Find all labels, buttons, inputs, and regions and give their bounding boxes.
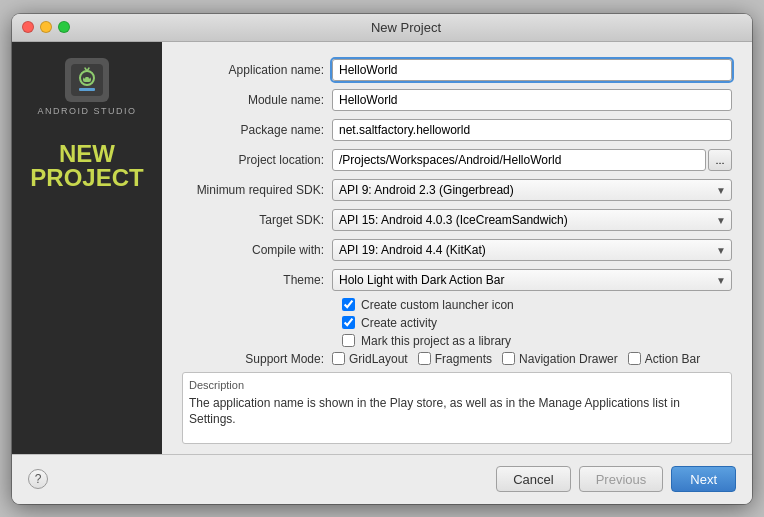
- create-activity-checkbox[interactable]: [342, 316, 355, 329]
- navigation-drawer-option: Navigation Drawer: [502, 352, 618, 366]
- sidebar-title: NEW PROJECT: [30, 142, 143, 190]
- navigation-drawer-label: Navigation Drawer: [519, 352, 618, 366]
- mark-library-row: Mark this project as a library: [342, 334, 732, 348]
- create-activity-row: Create activity: [342, 316, 732, 330]
- browse-button[interactable]: ...: [708, 149, 732, 171]
- min-sdk-select[interactable]: API 9: Android 2.3 (Gingerbread) API 10:…: [332, 179, 732, 201]
- action-buttons: Cancel Previous Next: [496, 466, 736, 492]
- target-sdk-select-wrapper: API 15: Android 4.0.3 (IceCreamSandwich)…: [332, 209, 732, 231]
- content-area: ANDROID STUDIO NEW PROJECT Application n…: [12, 42, 752, 454]
- min-sdk-row: Minimum required SDK: API 9: Android 2.3…: [172, 178, 732, 202]
- fragments-checkbox[interactable]: [418, 352, 431, 365]
- project-location-label: Project location:: [172, 153, 332, 167]
- window-title: New Project: [70, 20, 742, 35]
- fragments-option: Fragments: [418, 352, 492, 366]
- next-button[interactable]: Next: [671, 466, 736, 492]
- target-sdk-select[interactable]: API 15: Android 4.0.3 (IceCreamSandwich)…: [332, 209, 732, 231]
- project-location-field: ...: [332, 149, 732, 171]
- compile-with-select-wrapper: API 19: Android 4.4 (KitKat) API 18: And…: [332, 239, 732, 261]
- logo-text: ANDROID STUDIO: [37, 106, 136, 116]
- compile-with-row: Compile with: API 19: Android 4.4 (KitKa…: [172, 238, 732, 262]
- mark-library-checkbox[interactable]: [342, 334, 355, 347]
- main-window: New Project ANDROID S: [12, 14, 752, 504]
- support-mode-options: GridLayout Fragments Navigation Drawer A…: [332, 352, 700, 366]
- package-name-row: Package name:: [172, 118, 732, 142]
- target-sdk-row: Target SDK: API 15: Android 4.0.3 (IceCr…: [172, 208, 732, 232]
- bottom-bar: ? Cancel Previous Next: [12, 454, 752, 504]
- create-activity-label: Create activity: [361, 316, 437, 330]
- theme-select[interactable]: Holo Light with Dark Action Bar Holo Dar…: [332, 269, 732, 291]
- svg-rect-7: [79, 88, 95, 91]
- theme-select-wrapper: Holo Light with Dark Action Bar Holo Dar…: [332, 269, 732, 291]
- navigation-drawer-checkbox[interactable]: [502, 352, 515, 365]
- android-studio-icon: [65, 58, 109, 102]
- minimize-button[interactable]: [40, 21, 52, 33]
- package-name-input[interactable]: [332, 119, 732, 141]
- fragments-label: Fragments: [435, 352, 492, 366]
- support-mode-row: Support Mode: GridLayout Fragments Navig…: [172, 352, 732, 366]
- help-button[interactable]: ?: [28, 469, 48, 489]
- traffic-lights: [22, 21, 70, 33]
- gridlayout-checkbox[interactable]: [332, 352, 345, 365]
- sidebar: ANDROID STUDIO NEW PROJECT: [12, 42, 162, 454]
- min-sdk-select-wrapper: API 9: Android 2.3 (Gingerbread) API 10:…: [332, 179, 732, 201]
- svg-point-6: [88, 76, 90, 78]
- support-mode-label: Support Mode:: [172, 352, 332, 366]
- description-text: The application name is shown in the Pla…: [189, 395, 725, 429]
- description-section: Description The application name is show…: [182, 372, 732, 444]
- app-name-row: Application name:: [172, 58, 732, 82]
- app-name-input[interactable]: [332, 59, 732, 81]
- module-name-row: Module name:: [172, 88, 732, 112]
- form-area: Application name: Module name: Package n…: [162, 42, 752, 454]
- title-bar: New Project: [12, 14, 752, 42]
- action-bar-option: Action Bar: [628, 352, 700, 366]
- project-location-row: Project location: ...: [172, 148, 732, 172]
- gridlayout-option: GridLayout: [332, 352, 408, 366]
- cancel-button[interactable]: Cancel: [496, 466, 570, 492]
- previous-button[interactable]: Previous: [579, 466, 664, 492]
- action-bar-label: Action Bar: [645, 352, 700, 366]
- description-title: Description: [189, 379, 725, 391]
- theme-label: Theme:: [172, 273, 332, 287]
- compile-with-label: Compile with:: [172, 243, 332, 257]
- mark-library-label: Mark this project as a library: [361, 334, 511, 348]
- create-launcher-icon-checkbox[interactable]: [342, 298, 355, 311]
- package-name-label: Package name:: [172, 123, 332, 137]
- target-sdk-label: Target SDK:: [172, 213, 332, 227]
- min-sdk-label: Minimum required SDK:: [172, 183, 332, 197]
- module-name-label: Module name:: [172, 93, 332, 107]
- action-bar-checkbox[interactable]: [628, 352, 641, 365]
- create-launcher-icon-row: Create custom launcher icon: [342, 298, 732, 312]
- theme-row: Theme: Holo Light with Dark Action Bar H…: [172, 268, 732, 292]
- close-button[interactable]: [22, 21, 34, 33]
- app-name-label: Application name:: [172, 63, 332, 77]
- project-location-input[interactable]: [332, 149, 706, 171]
- gridlayout-label: GridLayout: [349, 352, 408, 366]
- svg-point-5: [83, 76, 85, 78]
- compile-with-select[interactable]: API 19: Android 4.4 (KitKat) API 18: And…: [332, 239, 732, 261]
- module-name-input[interactable]: [332, 89, 732, 111]
- create-launcher-icon-label: Create custom launcher icon: [361, 298, 514, 312]
- sidebar-logo: ANDROID STUDIO: [37, 58, 136, 116]
- maximize-button[interactable]: [58, 21, 70, 33]
